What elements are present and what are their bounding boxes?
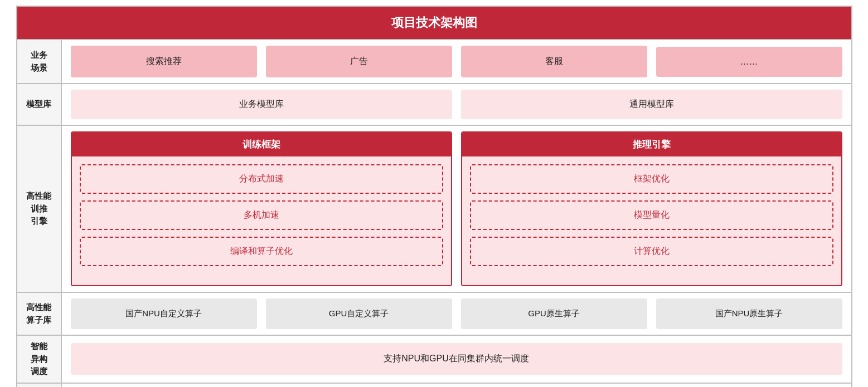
operator-item-1: 国产NPU自定义算子 [71, 298, 257, 329]
training-item-2: 多机加速 [80, 200, 443, 230]
hardware-content: GPU 国产 NPU CPU 内存 …… [62, 384, 851, 388]
operator-item-3: GPU原生算子 [461, 298, 647, 329]
inference-item-1: 框架优化 [470, 164, 833, 194]
schedule-content: 支持NPU和GPU在同集群内统一调度 [62, 336, 851, 383]
model-item-2: 通用模型库 [461, 90, 842, 119]
operator-content: 国产NPU自定义算子 GPU自定义算子 GPU原生算子 国产NPU原生算子 [62, 293, 851, 335]
engine-content: 训练框架 分布式加速 多机加速 编译和算子优化 推理引擎 [62, 126, 851, 292]
model-item-1: 业务模型库 [71, 90, 452, 119]
schedule-label: 智能异构调度 [17, 336, 62, 383]
model-library-label: 模型库 [17, 84, 62, 125]
diagram: 项目技术架构图 业务场景 搜索推荐 广告 客服 …… 模型库 业务模型库 [16, 6, 852, 387]
engine-label: 高性能训推引擎 [17, 126, 62, 292]
schedule-box: 支持NPU和GPU在同集群内统一调度 [71, 343, 842, 375]
business-scene-content: 搜索推荐 广告 客服 …… [62, 40, 851, 83]
business-scene-label: 业务场景 [17, 40, 62, 83]
scene-item-3: 客服 [461, 46, 647, 77]
inference-body: 框架优化 模型量化 计算优化 [462, 156, 841, 285]
scene-item-1: 搜索推荐 [71, 46, 257, 77]
engine-row: 高性能训推引擎 训练框架 分布式加速 多机加速 编译和算子优化 [17, 125, 851, 292]
model-library-content: 业务模型库 通用模型库 [62, 84, 851, 125]
scene-item-4: …… [656, 47, 842, 77]
operator-row: 高性能算子库 国产NPU自定义算子 GPU自定义算子 GPU原生算子 国产NPU… [17, 292, 851, 335]
training-body: 分布式加速 多机加速 编译和算子优化 [72, 156, 451, 285]
diagram-title: 项目技术架构图 [391, 16, 477, 30]
training-item-1: 分布式加速 [80, 164, 443, 194]
scene-item-2: 广告 [266, 46, 452, 77]
inference-panel: 推理引擎 框架优化 模型量化 计算优化 [461, 131, 842, 286]
inference-title: 推理引擎 [462, 133, 841, 156]
diagram-header: 项目技术架构图 [17, 7, 851, 39]
training-panel: 训练框架 分布式加速 多机加速 编译和算子优化 [71, 131, 452, 286]
business-scene-row: 业务场景 搜索推荐 广告 客服 …… [17, 39, 851, 83]
schedule-row: 智能异构调度 支持NPU和GPU在同集群内统一调度 [17, 335, 851, 383]
operator-label: 高性能算子库 [17, 293, 62, 335]
model-library-row: 模型库 业务模型库 通用模型库 [17, 83, 851, 125]
training-title: 训练框架 [72, 133, 451, 156]
operator-item-4: 国产NPU原生算子 [656, 298, 842, 329]
hardware-row: 硬件层 GPU 国产 NPU CPU 内存 …… [17, 383, 851, 388]
inference-item-3: 计算优化 [470, 237, 833, 266]
training-item-3: 编译和算子优化 [80, 237, 443, 266]
inference-item-2: 模型量化 [470, 200, 833, 230]
hardware-label: 硬件层 [17, 384, 62, 388]
operator-item-2: GPU自定义算子 [266, 298, 452, 329]
